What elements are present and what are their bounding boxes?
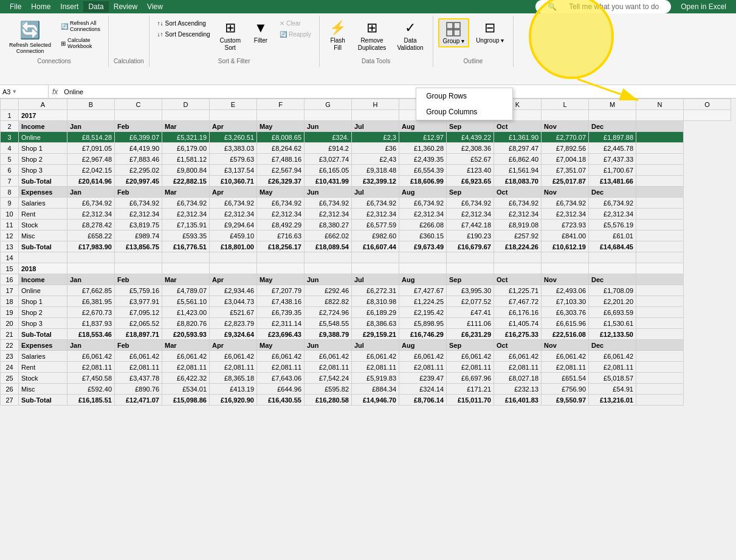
table-cell[interactable]: £3,137.54 <box>210 165 257 176</box>
table-cell[interactable] <box>19 252 67 263</box>
table-cell[interactable]: Jan <box>67 274 115 285</box>
table-cell[interactable]: £14,946.70 <box>352 395 399 406</box>
table-cell[interactable] <box>115 110 162 121</box>
table-cell[interactable]: £18,256.17 <box>257 241 304 252</box>
row-header-17[interactable]: 17 <box>1 285 19 296</box>
table-cell[interactable]: 2018 <box>19 263 67 274</box>
row-header-5[interactable]: 5 <box>1 154 19 165</box>
table-cell[interactable]: Stock <box>19 373 67 384</box>
table-cell[interactable]: £662.02 <box>304 230 352 241</box>
table-cell[interactable]: £2,312.34 <box>494 209 542 220</box>
table-cell[interactable] <box>636 252 684 263</box>
tell-me-input[interactable]: 🔍 Tell me what you want to do <box>535 0 671 13</box>
table-cell[interactable]: £9,318.48 <box>352 165 399 176</box>
table-cell[interactable]: £7,662.85 <box>67 285 115 296</box>
table-cell[interactable]: £16,776.51 <box>162 241 210 252</box>
table-cell[interactable]: £8,386.63 <box>352 318 399 329</box>
table-cell[interactable]: £2,081.11 <box>589 362 636 373</box>
table-cell[interactable]: £6,734.92 <box>447 198 494 209</box>
table-cell[interactable]: £36 <box>352 143 399 154</box>
table-cell[interactable]: £2,312.34 <box>162 209 210 220</box>
table-cell[interactable]: Jun <box>304 187 352 198</box>
menu-home[interactable]: Home <box>26 1 55 12</box>
table-cell[interactable]: £2,311.14 <box>257 318 304 329</box>
table-cell[interactable] <box>636 285 684 296</box>
table-cell[interactable]: Income <box>19 274 67 285</box>
remove-duplicates-btn[interactable]: ⊞ RemoveDuplicates <box>354 18 391 54</box>
table-cell[interactable]: £3,027.74 <box>304 154 352 165</box>
table-cell[interactable] <box>636 296 684 307</box>
table-cell[interactable]: £20,593.93 <box>162 329 210 340</box>
row-header-25[interactable]: 25 <box>1 373 19 384</box>
table-cell[interactable]: £2,823.79 <box>210 318 257 329</box>
table-cell[interactable]: £5,919.83 <box>352 373 399 384</box>
table-cell[interactable]: £6,739.35 <box>257 307 304 318</box>
table-cell[interactable]: £8,492.29 <box>257 220 304 230</box>
table-cell[interactable]: £6,061.42 <box>352 351 399 362</box>
table-cell[interactable]: £2,081.11 <box>542 362 589 373</box>
col-header-B[interactable]: B <box>67 99 115 110</box>
table-cell[interactable]: £12,471.07 <box>115 395 162 406</box>
menu-view[interactable]: View <box>142 1 168 12</box>
table-cell[interactable]: £8,008.65 <box>257 132 304 143</box>
table-cell[interactable]: Feb <box>115 340 162 351</box>
table-cell[interactable]: Feb <box>115 121 162 132</box>
table-cell[interactable]: Sub-Total <box>19 241 67 252</box>
row-header-8[interactable]: 8 <box>1 187 19 198</box>
row-header-10[interactable]: 10 <box>1 209 19 220</box>
table-cell[interactable]: £2,081.11 <box>257 362 304 373</box>
table-cell[interactable] <box>115 252 162 263</box>
table-cell[interactable]: Shop 3 <box>19 318 67 329</box>
table-cell[interactable]: £12.97 <box>399 132 447 143</box>
table-cell[interactable] <box>636 263 684 274</box>
table-cell[interactable]: £914.2 <box>304 143 352 154</box>
table-cell[interactable]: May <box>257 121 304 132</box>
table-cell[interactable]: £6,061.42 <box>589 351 636 362</box>
table-cell[interactable]: £6,303.76 <box>542 307 589 318</box>
table-cell[interactable]: £8,027.18 <box>494 373 542 384</box>
table-cell[interactable]: Mar <box>162 121 210 132</box>
table-cell[interactable]: £459.10 <box>210 230 257 241</box>
table-cell[interactable] <box>589 252 636 263</box>
table-cell[interactable] <box>162 252 210 263</box>
table-cell[interactable]: £7,103.30 <box>542 296 589 307</box>
table-cell[interactable]: £6,165.05 <box>304 165 352 176</box>
table-cell[interactable]: £2,670.73 <box>67 307 115 318</box>
table-cell[interactable] <box>636 220 684 230</box>
table-cell[interactable]: £7,351.07 <box>542 165 589 176</box>
table-cell[interactable]: £2,312.34 <box>257 209 304 220</box>
group-btn[interactable]: Group ▾ <box>438 18 470 47</box>
table-cell[interactable]: £1,530.61 <box>589 318 636 329</box>
table-cell[interactable]: £1,700.67 <box>589 165 636 176</box>
table-cell[interactable]: £61.01 <box>589 230 636 241</box>
table-cell[interactable]: Online <box>19 285 67 296</box>
sort-desc-btn[interactable]: ↓↑ Sort Descending <box>154 29 213 40</box>
table-cell[interactable]: £16,920.90 <box>210 395 257 406</box>
table-cell[interactable]: £593.35 <box>162 230 210 241</box>
table-cell[interactable]: £8,365.18 <box>210 373 257 384</box>
flash-fill-btn[interactable]: ⚡ FlashFill <box>325 18 351 54</box>
table-cell[interactable] <box>67 252 115 263</box>
table-cell[interactable] <box>636 373 684 384</box>
table-cell[interactable] <box>210 263 257 274</box>
table-cell[interactable]: £22,882.15 <box>162 176 210 187</box>
table-cell[interactable]: £5,321.19 <box>162 132 210 143</box>
table-cell[interactable]: £8,278.42 <box>67 220 115 230</box>
col-header-D[interactable]: D <box>162 99 210 110</box>
table-cell[interactable]: Jun <box>304 340 352 351</box>
table-cell[interactable]: £2,077.52 <box>447 296 494 307</box>
table-cell[interactable]: £18,083.70 <box>494 176 542 187</box>
table-cell[interactable]: £7,207.79 <box>257 285 304 296</box>
table-cell[interactable]: Online <box>19 132 67 143</box>
table-cell[interactable]: £2,724.96 <box>304 307 352 318</box>
table-cell[interactable]: £7,437.33 <box>589 154 636 165</box>
table-cell[interactable]: £360.15 <box>399 230 447 241</box>
table-cell[interactable]: £2,770.07 <box>542 132 589 143</box>
table-cell[interactable]: Rent <box>19 362 67 373</box>
table-cell[interactable] <box>447 263 494 274</box>
table-cell[interactable]: £6,697.96 <box>447 373 494 384</box>
menu-review[interactable]: Review <box>109 1 142 12</box>
table-cell[interactable]: £884.34 <box>352 384 399 395</box>
table-cell[interactable]: £644.96 <box>257 384 304 395</box>
table-cell[interactable]: £8,310.98 <box>352 296 399 307</box>
